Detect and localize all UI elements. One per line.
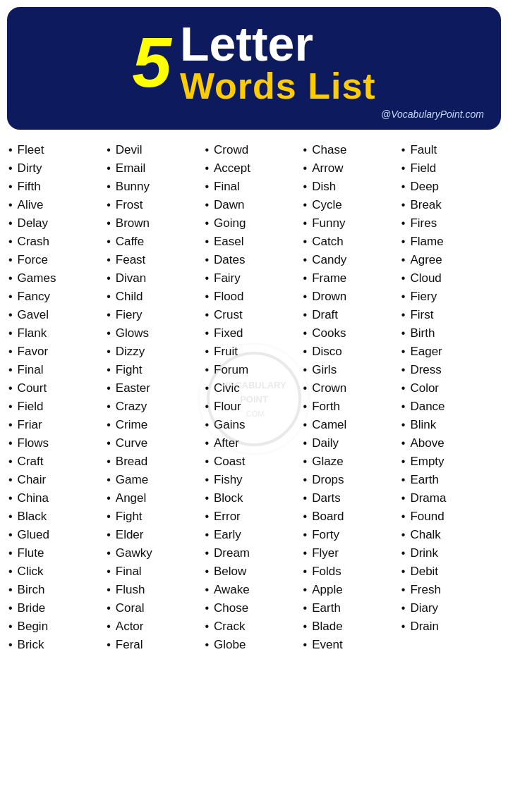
word-label: Chase [312, 143, 346, 157]
word-label: Final [214, 180, 240, 194]
list-item: •Fifth [8, 178, 104, 196]
list-item: •Flour [205, 398, 300, 416]
bullet-icon: • [205, 455, 209, 468]
word-label: Devil [116, 143, 143, 157]
word-label: Dish [312, 180, 336, 194]
word-label: Fresh [410, 583, 440, 597]
word-label: Crazy [116, 400, 147, 414]
bullet-icon: • [107, 529, 111, 541]
bullet-icon: • [8, 455, 13, 468]
word-label: Diary [410, 601, 438, 615]
list-item: •Fresh [401, 581, 497, 599]
word-label: Fiery [116, 308, 143, 322]
list-item: •Glued [8, 526, 104, 544]
bullet-icon: • [107, 217, 111, 230]
word-label: Flush [116, 583, 145, 597]
word-label: Girls [312, 363, 337, 377]
word-label: Court [18, 381, 47, 395]
bullet-icon: • [107, 327, 111, 340]
bullet-icon: • [8, 602, 13, 615]
word-label: China [18, 491, 49, 505]
word-label: Click [18, 565, 44, 579]
list-item: •Debit [401, 562, 497, 581]
word-label: Flows [18, 436, 49, 450]
bullet-icon: • [8, 290, 13, 303]
bullet-icon: • [8, 254, 13, 266]
list-item: •Chair [8, 471, 104, 489]
word-label: Craft [18, 455, 44, 469]
column-1: •Fleet•Dirty•Fifth•Alive•Delay•Crash•For… [7, 141, 105, 654]
bullet-icon: • [8, 620, 13, 633]
list-item: •Glows [107, 324, 202, 343]
word-label: Friar [18, 418, 42, 432]
list-item: •Gains [205, 416, 300, 434]
word-label: Crowd [214, 143, 248, 157]
bullet-icon: • [205, 290, 209, 303]
list-item: •Frost [107, 196, 202, 214]
word-label: Folds [312, 565, 341, 579]
list-item: •Crowd [205, 141, 300, 159]
word-label: Earth [410, 473, 439, 487]
list-item: •Final [107, 562, 202, 581]
word-label: Forum [214, 363, 248, 377]
word-label: Accept [214, 161, 250, 176]
bullet-icon: • [107, 510, 111, 523]
bullet-icon: • [107, 309, 111, 321]
list-item: •Drops [303, 471, 399, 489]
word-label: Final [18, 363, 44, 377]
list-item: •Forum [205, 361, 300, 379]
bullet-icon: • [205, 272, 209, 285]
bullet-icon: • [303, 235, 308, 248]
list-item: •First [401, 306, 497, 324]
list-item: •Court [8, 379, 104, 398]
word-label: Camel [312, 418, 346, 432]
list-item: •Feral [107, 636, 202, 654]
bullet-icon: • [107, 144, 111, 156]
bullet-icon: • [8, 437, 13, 450]
list-item: •Bride [8, 599, 104, 617]
bullet-icon: • [107, 455, 111, 468]
word-label: Globe [214, 638, 246, 652]
word-label: Alive [18, 198, 44, 212]
list-item: •Angel [107, 489, 202, 508]
bullet-icon: • [401, 180, 406, 193]
word-label: Favor [18, 345, 48, 359]
word-label: Glued [18, 528, 49, 542]
word-label: Deep [410, 180, 439, 194]
list-item: •Error [205, 508, 300, 526]
list-item: •Forty [303, 526, 399, 544]
bullet-icon: • [303, 180, 308, 193]
bullet-icon: • [205, 199, 209, 211]
word-label: Feral [116, 638, 143, 652]
list-item: •Drain [401, 617, 497, 636]
bullet-icon: • [205, 565, 209, 578]
bullet-icon: • [8, 309, 13, 321]
bullet-icon: • [303, 455, 308, 468]
list-item: •Favor [8, 343, 104, 361]
bullet-icon: • [205, 180, 209, 193]
bullet-icon: • [205, 602, 209, 615]
list-item: •Block [205, 489, 300, 508]
word-label: Coast [214, 455, 245, 469]
word-label: Flyer [312, 546, 339, 560]
list-item: •Catch [303, 233, 399, 251]
word-label: Forth [312, 400, 340, 414]
bullet-icon: • [401, 474, 406, 486]
word-label: Debit [410, 565, 438, 579]
bullet-icon: • [205, 217, 209, 230]
word-label: First [410, 308, 433, 322]
bullet-icon: • [205, 529, 209, 541]
list-item: •Fishy [205, 471, 300, 489]
bullet-icon: • [303, 602, 308, 615]
word-label: Cooks [312, 326, 346, 340]
bullet-icon: • [107, 199, 111, 211]
word-label: Fruit [214, 345, 238, 359]
word-label: Gawky [116, 546, 152, 560]
word-label: Dress [410, 363, 441, 377]
bullet-icon: • [303, 474, 308, 486]
list-item: •Flows [8, 434, 104, 453]
word-label: Black [18, 510, 47, 524]
list-item: •Event [303, 636, 399, 654]
bullet-icon: • [107, 474, 111, 486]
bullet-icon: • [303, 272, 308, 285]
